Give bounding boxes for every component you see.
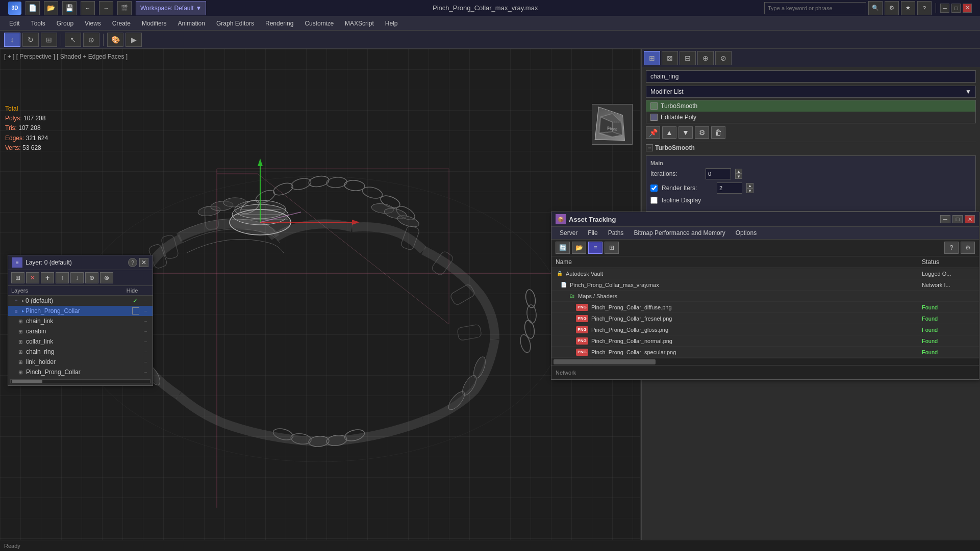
asset-row-max-file[interactable]: 📄 Pinch_Prong_Collar_max_vray.max Networ… [551, 279, 979, 291]
hierarchy-tab[interactable]: ⊟ [680, 51, 696, 65]
layer-item-collar-link[interactable]: ⊞ collar_link ··· [8, 336, 153, 347]
close-button[interactable]: ✕ [963, 4, 972, 13]
workspace-selector[interactable]: Workspace: Default ▼ [136, 1, 206, 15]
menu-animation[interactable]: Animation [173, 18, 210, 29]
select-tool[interactable]: ↖ [65, 33, 81, 47]
help-icon[interactable]: ? [917, 1, 932, 15]
asset-row-maps[interactable]: 🗂 Maps / Shaders [551, 291, 979, 302]
rotate-tool[interactable]: ↻ [22, 33, 39, 47]
asset-maximize-button[interactable]: □ [952, 215, 963, 223]
layer-item-ppc-object[interactable]: ⊞ Pinch_Prong_Collar ··· [8, 367, 153, 377]
asset-row-normal[interactable]: PNG Pinch_Prong_Collar_normal.png Found [551, 335, 979, 347]
scale-tool[interactable]: ⊞ [41, 33, 57, 47]
move-tool[interactable]: ↕ [4, 33, 20, 47]
layer-item-chain-link[interactable]: ⊞ chain_link ··· [8, 316, 153, 326]
layer-item-pinch-prong-collar[interactable]: ≡ ▸ Pinch_Prong_Collar ··· [8, 306, 153, 316]
menu-rendering[interactable]: Rendering [260, 18, 298, 29]
render-setup-button[interactable]: 🎬 [117, 1, 132, 15]
menu-graph-editors[interactable]: Graph Editors [211, 18, 259, 29]
new-button[interactable]: 📄 [26, 1, 40, 15]
menu-maxscript[interactable]: MAXScript [340, 18, 379, 29]
viewport-cube[interactable]: Front [592, 104, 633, 145]
menu-edit[interactable]: Edit [4, 18, 25, 29]
create-tab[interactable]: ⊞ [644, 51, 660, 65]
ts-isoline-checkbox[interactable] [650, 197, 658, 204]
modifier-list-dropdown[interactable]: Modifier List ▼ [646, 86, 976, 98]
modifier-editable-poly[interactable]: Editable Poly [646, 112, 975, 123]
asset-row-specular[interactable]: PNG Pinch_Prong_Collar_specular.png Foun… [551, 347, 979, 358]
asset-settings-button[interactable]: ⚙ [961, 242, 975, 254]
menu-create[interactable]: Create [107, 18, 136, 29]
layers-help-button[interactable]: ? [128, 258, 137, 267]
asset-menu-options[interactable]: Options [732, 228, 761, 238]
mod-move-down[interactable]: ▼ [679, 126, 693, 139]
save-button[interactable]: 💾 [62, 1, 77, 15]
asset-row-diffuse[interactable]: PNG Pinch_Prong_Collar_diffuse.png Found [551, 302, 979, 313]
layers-options-btn[interactable]: ⊗ [100, 272, 113, 283]
layer-item-default[interactable]: ≡ ▸ 0 (default) ✓ ··· [8, 296, 153, 306]
minimize-button[interactable]: ─ [940, 4, 949, 13]
material-editor[interactable]: 🎨 [107, 33, 123, 47]
asset-menu-server[interactable]: Server [556, 228, 582, 238]
ts-iterations-up[interactable]: ▲ [735, 169, 742, 174]
asset-row-gloss[interactable]: PNG Pinch_Prong_Collar_gloss.png Found [551, 324, 979, 335]
settings-icon[interactable]: ⚙ [885, 1, 899, 15]
layer-item-link-holder[interactable]: ⊞ link_holder ··· [8, 357, 153, 367]
asset-browse-button[interactable]: 📂 [572, 242, 586, 254]
ts-render-iters-down[interactable]: ▼ [746, 188, 753, 193]
layers-move-down-btn[interactable]: ↓ [70, 272, 84, 283]
asset-scrollbar[interactable] [551, 358, 979, 365]
object-name-field[interactable] [646, 70, 976, 83]
search-icon[interactable]: 🔍 [868, 1, 883, 15]
layers-select-btn[interactable]: ⊕ [85, 272, 98, 283]
menu-modifiers[interactable]: Modifiers [137, 18, 172, 29]
menu-customize[interactable]: Customize [299, 18, 339, 29]
collapse-turbosmooth-button[interactable]: − [646, 144, 653, 151]
asset-close-button[interactable]: ✕ [965, 215, 975, 223]
layers-close-button[interactable]: ✕ [139, 258, 148, 267]
asset-grid-view-button[interactable]: ⊞ [605, 242, 619, 254]
modify-tab[interactable]: ⊠ [662, 51, 678, 65]
ts-render-iters-spinner[interactable]: ▲ ▼ [746, 183, 753, 193]
ts-render-iters-checkbox[interactable] [650, 185, 658, 192]
ts-iterations-down[interactable]: ▼ [735, 174, 742, 179]
global-search-input[interactable] [764, 2, 866, 14]
ts-iterations-input[interactable] [706, 168, 731, 179]
display-tab[interactable]: ⊘ [715, 51, 732, 65]
menu-group[interactable]: Group [52, 18, 79, 29]
asset-list-view-button[interactable]: ≡ [588, 242, 602, 254]
ts-render-iters-up[interactable]: ▲ [746, 183, 753, 188]
mod-configure[interactable]: ⚙ [695, 126, 709, 139]
layer-item-carabin[interactable]: ⊞ carabin ··· [8, 326, 153, 336]
layers-scrollbar[interactable] [10, 379, 150, 383]
asset-minimize-button[interactable]: ─ [940, 215, 950, 223]
ts-iterations-spinner[interactable]: ▲ ▼ [735, 169, 742, 179]
menu-views[interactable]: Views [80, 18, 106, 29]
asset-row-fresnel[interactable]: PNG Pinch_Prong_Collar_fresnel.png Found [551, 313, 979, 324]
asset-row-vault[interactable]: 🔒 Autodesk Vault Logged O... [551, 268, 979, 279]
snap-toggle[interactable]: ⊕ [83, 33, 99, 47]
render-button[interactable]: ▶ [125, 33, 142, 47]
asset-help-button[interactable]: ? [944, 242, 959, 254]
asset-scrollbar-thumb[interactable] [554, 359, 656, 364]
asset-menu-bitmap-perf[interactable]: Bitmap Performance and Memory [630, 228, 729, 238]
open-button[interactable]: 📂 [44, 1, 58, 15]
layers-view-btn[interactable]: ⊞ [11, 272, 24, 283]
undo-button[interactable]: ← [81, 1, 95, 15]
asset-menu-paths[interactable]: Paths [604, 228, 628, 238]
layers-scrollbar-thumb[interactable] [12, 380, 42, 383]
mod-delete[interactable]: 🗑 [711, 126, 725, 139]
menu-tools[interactable]: Tools [26, 18, 51, 29]
layers-delete-btn[interactable]: ✕ [26, 272, 39, 283]
layers-move-up-btn[interactable]: ↑ [56, 272, 69, 283]
ts-render-iters-input[interactable] [717, 182, 742, 194]
layer-item-chain-ring[interactable]: ⊞ chain_ring ··· [8, 347, 153, 357]
motion-tab[interactable]: ⊕ [697, 51, 714, 65]
mod-pin-button[interactable]: 📌 [646, 126, 660, 139]
redo-button[interactable]: → [99, 1, 113, 15]
layers-add-btn[interactable]: + [41, 272, 54, 283]
mod-move-up[interactable]: ▲ [662, 126, 676, 139]
star-icon[interactable]: ★ [901, 1, 915, 15]
maximize-button[interactable]: □ [951, 4, 961, 13]
asset-refresh-button[interactable]: 🔄 [556, 242, 570, 254]
